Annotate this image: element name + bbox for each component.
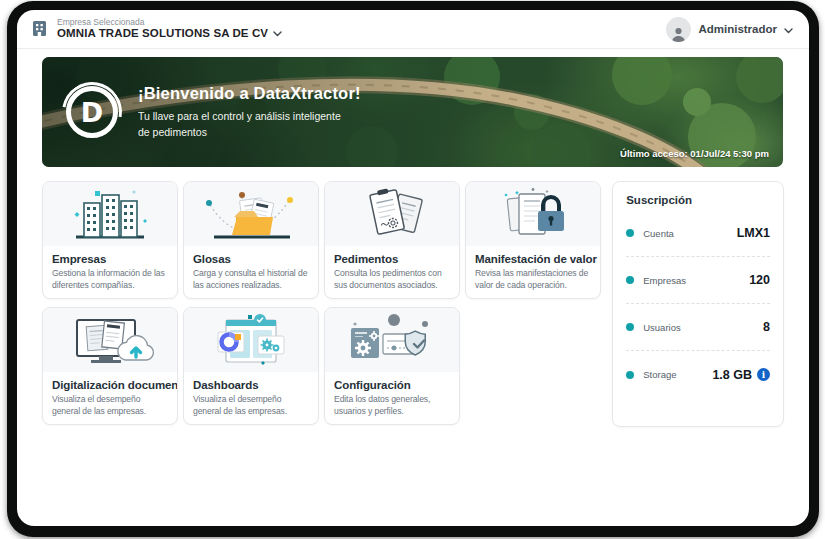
- bullet-dot-icon: [626, 323, 634, 331]
- card-manifestacion-valor[interactable]: Manifestación de valor Revisa las manife…: [465, 181, 601, 299]
- monitor-cloud-upload-illustration-icon: [43, 308, 177, 372]
- card-digitalizacion-documentos[interactable]: Digitalización documentos Visualiza el d…: [42, 307, 178, 425]
- dataxtractor-logo: D: [66, 86, 118, 138]
- card-description: Edita los datos generales, usuarios y pe…: [334, 394, 450, 417]
- subscription-label: Usuarios: [643, 322, 681, 333]
- card-description: Gestiona la información de las diferente…: [52, 268, 168, 291]
- user-name: Administrador: [698, 23, 777, 35]
- subscription-value: 120: [749, 273, 770, 287]
- card-title: Digitalización documentos: [52, 379, 168, 391]
- card-glosas[interactable]: Glosas Carga y consulta el historial de …: [183, 181, 319, 299]
- charts-gears-illustration-icon: [184, 308, 318, 372]
- screenshot-stage: Empresa Seleccionada OMNIA TRADE SOLUTIO…: [0, 0, 825, 539]
- subscription-row-usuarios: Usuarios 8: [626, 304, 770, 351]
- subscription-value: 1.8 GB: [712, 368, 752, 382]
- subscription-row-cuenta: Cuenta LMX1: [626, 210, 770, 257]
- bullet-dot-icon: [626, 229, 634, 237]
- card-description: Revisa las manifestaciones de valor de c…: [475, 268, 591, 291]
- card-title: Glosas: [193, 253, 309, 265]
- card-title: Dashboards: [193, 379, 309, 391]
- card-description: Consulta los pedimentos con sus document…: [334, 268, 450, 291]
- welcome-title: ¡Bienvenido a DataXtractor!: [138, 84, 361, 103]
- card-description: Carga y consulta el historial de las acc…: [193, 268, 309, 291]
- card-title: Pedimentos: [334, 253, 450, 265]
- settings-shield-illustration-icon: [325, 308, 459, 372]
- company-selector[interactable]: Empresa Seleccionada OMNIA TRADE SOLUTIO…: [30, 18, 282, 41]
- bullet-dot-icon: [626, 276, 634, 284]
- subscription-label: Cuenta: [643, 228, 674, 239]
- subscription-value: LMX1: [737, 226, 770, 240]
- subscription-title: Suscripción: [626, 194, 770, 206]
- main-content: D ¡Bienvenido a DataXtractor! Tu llave p…: [17, 49, 809, 427]
- subscription-row-empresas: Empresas 120: [626, 257, 770, 304]
- documents-lock-illustration-icon: [466, 182, 600, 246]
- chevron-down-icon: [784, 20, 793, 38]
- user-menu[interactable]: Administrador: [666, 17, 793, 42]
- card-pedimentos[interactable]: Pedimentos Consulta los pedimentos con s…: [324, 181, 460, 299]
- info-icon[interactable]: i: [757, 368, 770, 381]
- bullet-dot-icon: [626, 371, 634, 379]
- building-icon: [30, 19, 49, 38]
- subscription-panel: Suscripción Cuenta LMX1 Empresas 120: [612, 181, 784, 427]
- company-selector-label: Empresa Seleccionada: [57, 18, 282, 28]
- documents-seal-illustration-icon: [325, 182, 459, 246]
- company-name: OMNIA TRADE SOLUTIONS SA DE CV: [57, 27, 268, 40]
- logo-letter: D: [81, 97, 103, 128]
- top-bar: Empresa Seleccionada OMNIA TRADE SOLUTIO…: [17, 10, 809, 49]
- subscription-value: 8: [763, 320, 770, 334]
- welcome-subtitle: Tu llave para el control y análisis inte…: [138, 109, 348, 139]
- avatar: [666, 17, 691, 42]
- card-configuracion[interactable]: Configuración Edita los datos generales,…: [324, 307, 460, 425]
- card-title: Manifestación de valor: [475, 253, 591, 265]
- app-window: Empresa Seleccionada OMNIA TRADE SOLUTIO…: [17, 10, 809, 526]
- card-description: Visualiza el desempeño general de las em…: [52, 394, 168, 417]
- window-frame: Empresa Seleccionada OMNIA TRADE SOLUTIO…: [7, 1, 819, 537]
- card-description: Visualiza el desempeño general de las em…: [193, 394, 309, 417]
- card-title: Configuración: [334, 379, 450, 391]
- subscription-label: Empresas: [643, 275, 686, 286]
- subscription-label: Storage: [643, 369, 676, 380]
- chevron-down-icon: [273, 27, 282, 40]
- last-access-text: Último acceso: 01/Jul/24 5:30 pm: [620, 148, 769, 159]
- card-dashboards[interactable]: Dashboards Visualiza el desempeño genera…: [183, 307, 319, 425]
- buildings-illustration-icon: [43, 182, 177, 246]
- card-title: Empresas: [52, 253, 168, 265]
- folder-documents-illustration-icon: [184, 182, 318, 246]
- subscription-row-storage: Storage 1.8 GB i: [626, 351, 770, 398]
- welcome-banner: D ¡Bienvenido a DataXtractor! Tu llave p…: [42, 57, 783, 167]
- module-cards-grid: Empresas Gestiona la información de las …: [42, 181, 603, 425]
- card-empresas[interactable]: Empresas Gestiona la información de las …: [42, 181, 178, 299]
